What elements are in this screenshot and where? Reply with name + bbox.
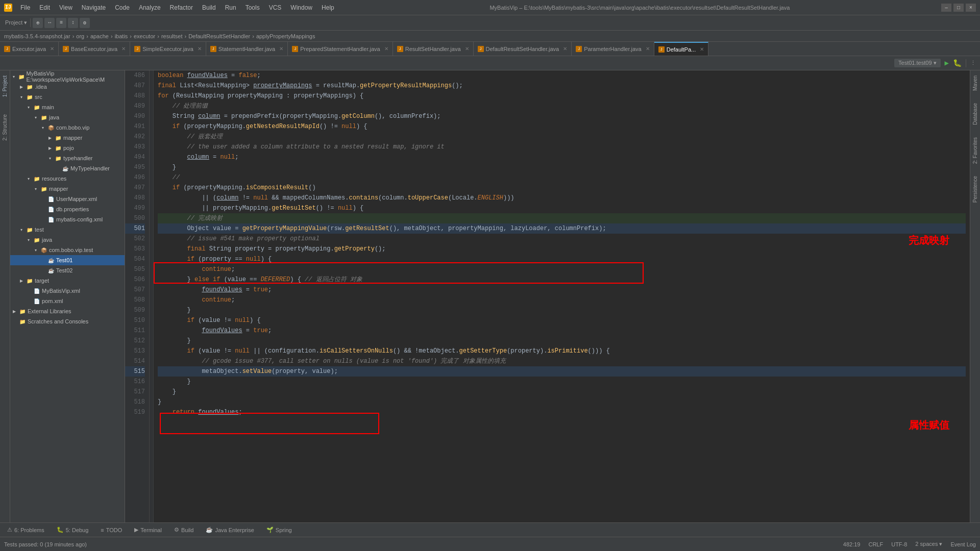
tree-test[interactable]: ▾ 📁 test	[10, 224, 125, 235]
tab-base-executor[interactable]: J BaseExecutor.java ✕	[59, 42, 130, 56]
run-config[interactable]: Test01.test09 ▾	[894, 59, 941, 67]
tree-test-java[interactable]: ▾ 📁 java	[10, 235, 125, 245]
ln-488: 488	[125, 91, 145, 101]
tab-close-icon[interactable]: ✕	[384, 46, 388, 52]
spring-tab[interactable]: 🌱 Spring	[261, 525, 297, 534]
project-vtab[interactable]: 1: Project	[1, 72, 9, 100]
tree-main[interactable]: ▾ 📁 main	[10, 102, 125, 112]
tab-parameter-handler[interactable]: J ParameterHandler.java ✕	[572, 42, 654, 56]
minimize-button[interactable]: –	[941, 4, 951, 12]
encoding[interactable]: UTF-8	[891, 541, 907, 547]
sync-icon[interactable]: ↔	[44, 18, 55, 28]
debug-button[interactable]: 🐛	[953, 59, 962, 67]
tab-default-pa[interactable]: J DefaultPa... ✕	[654, 42, 708, 56]
event-log[interactable]: Event Log	[950, 541, 976, 547]
menu-vcs[interactable]: VCS	[265, 3, 286, 12]
database-vtab[interactable]: Database	[971, 100, 979, 128]
menu-tools[interactable]: Tools	[241, 3, 264, 12]
project-label[interactable]: Project ▾	[2, 18, 31, 27]
tree-scratches[interactable]: 📁 Scratches and Consoles	[10, 316, 125, 327]
add-icon[interactable]: ⊕	[33, 18, 43, 28]
expand-icon[interactable]: ↕	[68, 18, 78, 28]
menu-run[interactable]: Run	[221, 3, 240, 12]
tree-dbprops[interactable]: 📄 db.properties	[10, 204, 125, 214]
tree-mapper[interactable]: ▶ 📁 mapper	[10, 133, 125, 143]
tab-executor[interactable]: J Executor.java ✕	[0, 42, 59, 56]
close-button[interactable]: ×	[966, 4, 976, 12]
java-enterprise-tab[interactable]: ☕ Java Enterprise	[201, 525, 259, 534]
code-content[interactable]: 完成映射 属性赋值 boolean foundValues = false; f…	[154, 70, 970, 522]
menu-analyze[interactable]: Analyze	[135, 3, 165, 12]
maximize-button[interactable]: □	[953, 4, 964, 12]
build-tab[interactable]: ⚙ Build	[169, 525, 199, 534]
problems-tab[interactable]: ⚠ 6: Problems	[2, 525, 50, 534]
settings-icon[interactable]: ≡	[56, 18, 66, 28]
tree-typehandler[interactable]: ▾ 📁 typehandler	[10, 153, 125, 163]
tab-simple-executor[interactable]: J SimpleExecutor.java ✕	[130, 42, 206, 56]
menu-build[interactable]: Build	[198, 3, 220, 12]
tab-close-icon[interactable]: ✕	[198, 46, 202, 52]
tree-pom[interactable]: 📄 pom.xml	[10, 296, 125, 306]
menu-refactor[interactable]: Refactor	[166, 3, 197, 12]
menu-help[interactable]: Help	[317, 3, 338, 12]
breadcrumb-resultset[interactable]: resultset	[161, 33, 183, 39]
breadcrumb-executor[interactable]: executor	[134, 33, 155, 39]
tree-mytypehandler[interactable]: ☕ MyTypeHandler	[10, 163, 125, 173]
tab-close-icon[interactable]: ✕	[700, 46, 704, 52]
tree-mybatisvip[interactable]: ▾ 📁 MyBatisVip E:\workspace\VipWorkSpace…	[10, 71, 125, 82]
menu-navigate[interactable]: Navigate	[78, 3, 110, 12]
menu-window[interactable]: Window	[286, 3, 316, 12]
tree-mapper2[interactable]: ▾ 📁 mapper	[10, 184, 125, 194]
persistence-vtab[interactable]: Persistence	[971, 173, 979, 206]
folder-icon: 📁	[54, 144, 62, 152]
tab-result-handler[interactable]: J ResultSetHandler.java ✕	[393, 42, 474, 56]
tree-src[interactable]: ▾ 📁 src	[10, 92, 125, 102]
tree-target[interactable]: ▶ 📁 target	[10, 276, 125, 286]
tree-mybatisvip-xml[interactable]: 📄 MyBatisVip.xml	[10, 286, 125, 296]
tree-usermapper[interactable]: 📄 UserMapper.xml	[10, 194, 125, 204]
menu-view[interactable]: View	[55, 3, 77, 12]
tree-idea[interactable]: ▶ 📁 .idea	[10, 82, 125, 92]
tree-test01[interactable]: ☕ Test01	[10, 255, 125, 265]
todo-tab[interactable]: ≡ TODO	[95, 526, 127, 534]
ln-510: 510	[125, 315, 145, 325]
terminal-tab[interactable]: ▶ Terminal	[129, 525, 167, 534]
tab-close-icon[interactable]: ✕	[465, 46, 469, 52]
tree-mybatisconfig[interactable]: 📄 mybatis-config.xml	[10, 214, 125, 224]
structure-vtab[interactable]: 2: Structure	[1, 111, 9, 144]
tab-close-icon[interactable]: ✕	[563, 46, 567, 52]
tree-resources[interactable]: ▾ 📁 resources	[10, 173, 125, 184]
tab-close-icon[interactable]: ✕	[279, 46, 283, 52]
tree-com-test[interactable]: ▾ 📦 com.bobo.vip.test	[10, 245, 125, 255]
tab-statement-handler[interactable]: J StatementHandler.java ✕	[206, 42, 288, 56]
tree-com-bobo[interactable]: ▾ 📦 com.bobo.vip	[10, 122, 125, 133]
debug-tab[interactable]: 🐛 5: Debug	[52, 525, 94, 534]
breadcrumb-org[interactable]: org	[76, 33, 84, 39]
tree-pojo[interactable]: ▶ 📁 pojo	[10, 143, 125, 153]
tab-close-icon[interactable]: ✕	[646, 46, 650, 52]
cursor-position[interactable]: 482:19	[843, 541, 861, 547]
more-run-options[interactable]: ⋮	[970, 60, 976, 66]
menu-edit[interactable]: Edit	[35, 3, 54, 12]
java-enterprise-icon: ☕	[206, 527, 213, 533]
tree-java[interactable]: ▾ 📁 java	[10, 112, 125, 122]
breadcrumb-item[interactable]: mybatis-3.5.4-snapshot.jar	[4, 33, 70, 39]
tab-close-icon[interactable]: ✕	[50, 46, 54, 52]
gear-icon[interactable]: ⚙	[80, 18, 90, 28]
tab-prepared-statement[interactable]: J PreparedStatementHandler.java ✕	[288, 42, 393, 56]
run-button[interactable]: ▶	[945, 59, 949, 67]
indent-setting[interactable]: 2 spaces ▾	[915, 541, 942, 547]
maven-vtab[interactable]: Maven	[971, 72, 979, 94]
breadcrumb-apache[interactable]: apache	[90, 33, 109, 39]
menu-file[interactable]: File	[16, 3, 34, 12]
tab-close-icon[interactable]: ✕	[121, 46, 126, 52]
favorites-vtab[interactable]: 2: Favorites	[971, 134, 979, 167]
tab-default-resultset[interactable]: J DefaultResultSetHandler.java ✕	[474, 42, 572, 56]
breadcrumb-class[interactable]: DefaultResultSetHandler	[188, 33, 250, 39]
line-ending[interactable]: CRLF	[868, 541, 883, 547]
breadcrumb-ibatis[interactable]: ibatis	[115, 33, 128, 39]
tree-external-libs[interactable]: ▶ 📁 External Libraries	[10, 306, 125, 316]
menu-code[interactable]: Code	[111, 3, 134, 12]
tree-test02[interactable]: ☕ Test02	[10, 265, 125, 276]
breadcrumb-method[interactable]: applyPropertyMappings	[256, 33, 315, 39]
